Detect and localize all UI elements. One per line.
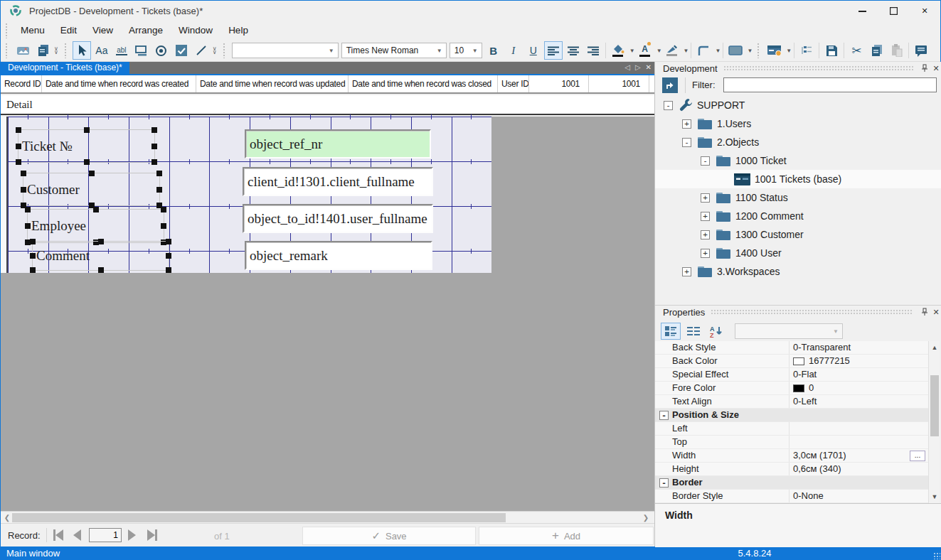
menu-item-view[interactable]: View bbox=[85, 22, 121, 38]
properties-scrollbar[interactable]: ▲ ▼ bbox=[928, 341, 940, 503]
designer-field[interactable]: client_id!1301.client_fullname bbox=[243, 167, 433, 196]
property-value[interactable]: 0-None bbox=[790, 490, 928, 502]
designer-field[interactable]: object_remark bbox=[245, 241, 432, 270]
grid-header-cell[interactable]: 1001 bbox=[529, 75, 589, 92]
grid-header-cell[interactable]: Date and time when record was closed bbox=[349, 75, 498, 92]
property-value[interactable]: 16777215 bbox=[790, 355, 928, 367]
selection-handle[interactable] bbox=[30, 239, 36, 244]
dropdown-arrow-icon[interactable]: ▼ bbox=[715, 48, 721, 54]
align-center-button[interactable] bbox=[564, 41, 583, 60]
alphabetical-view-button[interactable] bbox=[684, 323, 703, 340]
tree-expander-icon[interactable]: + bbox=[701, 230, 710, 239]
selection-handle[interactable] bbox=[156, 187, 162, 193]
property-value[interactable] bbox=[790, 436, 928, 448]
property-category-position-size[interactable]: -Position & Size bbox=[655, 409, 928, 422]
grid-header-cell[interactable]: Date and time when record was updated bbox=[196, 75, 349, 92]
last-record-button[interactable] bbox=[147, 529, 157, 542]
highlight-color-button[interactable] bbox=[663, 41, 681, 60]
toolbar-grip[interactable] bbox=[5, 23, 9, 38]
property-row-width[interactable]: Width3,0см (1701)... bbox=[655, 449, 928, 463]
selection-handle[interactable] bbox=[98, 267, 104, 273]
property-row-height[interactable]: Height0,6см (340) bbox=[655, 463, 928, 476]
property-value[interactable]: 0,6см (340) bbox=[790, 463, 928, 475]
property-object-combo[interactable]: ▼ bbox=[735, 323, 843, 339]
tree-item-support[interactable]: -SUPPORT bbox=[655, 96, 941, 114]
tree-expander-icon[interactable]: + bbox=[701, 249, 710, 258]
tree-expander-icon[interactable]: + bbox=[701, 193, 710, 203]
tree-item-1001-tickets-base-[interactable]: +1001 Tickets (base) bbox=[655, 170, 941, 188]
font-size-combo[interactable]: 10▼ bbox=[450, 43, 482, 58]
panel-drag-texture[interactable] bbox=[711, 309, 913, 316]
resize-grip[interactable] bbox=[933, 552, 940, 559]
dropdown-arrow-icon[interactable]: ▼ bbox=[656, 48, 662, 54]
property-row-back-color[interactable]: Back Color16777215 bbox=[655, 355, 928, 368]
minimize-button[interactable] bbox=[846, 1, 878, 21]
fill-color-button[interactable] bbox=[609, 41, 627, 60]
dropdown-arrow-icon[interactable]: ▼ bbox=[629, 48, 635, 54]
designer-field[interactable]: object_to_id!1401.user_fullname bbox=[243, 204, 433, 233]
menu-item-arrange[interactable]: Arrange bbox=[121, 22, 171, 38]
panel-close-icon[interactable]: ✕ bbox=[930, 64, 941, 73]
property-row-fore-color[interactable]: Fore Color0 bbox=[655, 382, 928, 395]
selection-handle[interactable] bbox=[166, 267, 171, 273]
toolbar-grip[interactable] bbox=[757, 43, 760, 58]
label-tool-button[interactable]: Aa bbox=[92, 41, 111, 60]
combobox-tool-button[interactable] bbox=[132, 41, 151, 60]
tree-item-2-objects[interactable]: -2.Objects bbox=[655, 133, 941, 151]
cut-button[interactable]: ✂ bbox=[847, 41, 866, 60]
selection-handle[interactable] bbox=[161, 207, 166, 212]
tree-item-1400-user[interactable]: +1400 User bbox=[655, 244, 941, 262]
tree-item-1-users[interactable]: +1.Users bbox=[655, 114, 941, 133]
selection-handle[interactable] bbox=[21, 187, 26, 193]
tab-close-icon[interactable]: ✕ bbox=[646, 63, 652, 71]
tree-item-1300-customer[interactable]: +1300 Customer bbox=[655, 225, 941, 244]
horizontal-scrollbar[interactable]: ❮ ❯ bbox=[1, 511, 654, 523]
property-row-special-effect[interactable]: Special Effect0-Flat bbox=[655, 368, 928, 382]
panel-close-icon[interactable]: ✕ bbox=[930, 308, 941, 317]
property-category-border[interactable]: -Border bbox=[655, 476, 928, 490]
design-surface[interactable]: Ticket №CustomerEmployeeCommentobject_re… bbox=[8, 117, 491, 273]
tree-item-3-workspaces[interactable]: +3.Workspaces bbox=[655, 262, 941, 281]
property-value[interactable]: 0-Flat bbox=[790, 368, 928, 381]
selection-handle[interactable] bbox=[151, 159, 157, 165]
menu-item-help[interactable]: Help bbox=[220, 22, 256, 38]
property-row-left[interactable]: Left bbox=[655, 422, 928, 436]
menu-item-menu[interactable]: Menu bbox=[13, 22, 53, 38]
tree-expander-icon[interactable]: - bbox=[664, 101, 673, 110]
border-style-button[interactable] bbox=[694, 41, 713, 60]
categorized-view-button[interactable] bbox=[661, 323, 681, 340]
property-row-border-style[interactable]: Border Style0-None bbox=[655, 490, 928, 503]
selection-handle[interactable] bbox=[89, 171, 95, 176]
tree-expander-icon[interactable]: - bbox=[682, 138, 691, 147]
selection-handle[interactable] bbox=[93, 207, 99, 212]
selection-handle[interactable] bbox=[16, 144, 21, 149]
copy-button[interactable] bbox=[867, 41, 886, 60]
selection-handle[interactable] bbox=[30, 267, 36, 273]
selection-handle[interactable] bbox=[166, 239, 171, 244]
grid-header-cell[interactable]: User ID bbox=[498, 75, 529, 92]
layers-tool-button[interactable] bbox=[33, 41, 52, 60]
selection-handle[interactable] bbox=[151, 144, 157, 149]
tab-scroll-right-icon[interactable]: ▷ bbox=[635, 63, 641, 71]
selection-handle[interactable] bbox=[84, 159, 90, 165]
next-record-button[interactable] bbox=[128, 529, 136, 542]
dropdown-arrow-icon[interactable]: ▼ bbox=[747, 48, 753, 54]
save-button[interactable] bbox=[822, 41, 841, 60]
scrollbar-thumb[interactable] bbox=[930, 375, 939, 436]
sort-az-button[interactable]: AZ bbox=[706, 323, 726, 340]
property-row-text-align[interactable]: Text Align0-Left bbox=[655, 395, 928, 409]
grid-header-cell[interactable]: Record ID bbox=[1, 75, 42, 92]
style-combo[interactable]: ▼ bbox=[232, 43, 339, 58]
designer-field[interactable]: object_ref_nr bbox=[245, 129, 431, 158]
designer-label[interactable]: Employee bbox=[27, 209, 164, 243]
selection-handle[interactable] bbox=[84, 127, 90, 133]
menu-item-edit[interactable]: Edit bbox=[53, 22, 85, 38]
selection-handle[interactable] bbox=[25, 223, 31, 229]
line-tool-button[interactable] bbox=[192, 41, 211, 60]
selection-handle[interactable] bbox=[151, 127, 157, 133]
selection-handle[interactable] bbox=[21, 171, 26, 176]
first-record-button[interactable] bbox=[53, 529, 63, 542]
selection-handle[interactable] bbox=[98, 239, 104, 244]
detail-band-header[interactable]: Detail bbox=[1, 95, 654, 115]
scrollbar-thumb[interactable] bbox=[12, 513, 506, 522]
